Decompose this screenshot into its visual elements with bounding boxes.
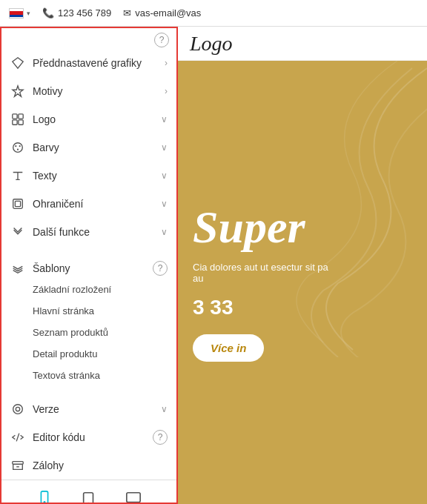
arrow-icon-prednastavene: › xyxy=(165,58,168,68)
svg-point-7 xyxy=(17,149,19,150)
arrow-icon-barvy: ∨ xyxy=(161,142,168,153)
svg-rect-17 xyxy=(127,492,140,502)
section-sablony-label: Šablony xyxy=(33,262,145,274)
sidebar-sub-seznam-produktu[interactable]: Seznam produktů xyxy=(1,322,176,343)
svg-point-11 xyxy=(16,407,19,411)
preview-number: 3 33 xyxy=(193,296,234,319)
flag-chevron-icon: ▾ xyxy=(27,10,30,17)
preview-cta-button[interactable]: Více in xyxy=(193,334,264,362)
svg-rect-0 xyxy=(13,114,17,119)
preview-content: Super Cia dolores aut ut esectur sit pa … xyxy=(178,61,427,504)
sidebar-item-motivy[interactable]: Motivy › xyxy=(1,77,176,105)
flag-icon xyxy=(9,8,24,19)
chevron-double-icon xyxy=(10,225,25,239)
preview-logo: Logo xyxy=(190,32,233,56)
arrow-icon-verze: ∨ xyxy=(161,404,168,414)
phone-number: 123 456 789 xyxy=(58,7,111,19)
code-icon xyxy=(10,430,25,445)
sidebar-label-editor-kodu: Editor kódu xyxy=(33,431,145,443)
svg-rect-12 xyxy=(13,462,23,465)
svg-point-6 xyxy=(19,145,21,147)
decorative-swirl xyxy=(294,61,427,357)
arrow-icon-dalsi-funkce: ∨ xyxy=(161,227,168,237)
sidebar-item-logo[interactable]: Logo ∨ xyxy=(1,105,176,133)
language-selector[interactable]: ▾ xyxy=(9,8,30,19)
preview-panel: Logo Super Cia dolores aut ut esectur si… xyxy=(178,27,427,504)
svg-rect-8 xyxy=(13,199,23,209)
svg-rect-1 xyxy=(19,114,23,119)
arrow-icon-ohraniceni: ∨ xyxy=(161,199,168,209)
sidebar: ? Předdnastavené grafiky › Motivy › xyxy=(0,27,178,504)
editor-help-icon[interactable]: ? xyxy=(153,430,168,445)
refresh-icon xyxy=(10,402,25,417)
star-icon xyxy=(10,84,25,99)
svg-point-4 xyxy=(13,143,23,153)
sidebar-item-dalsi-funkce[interactable]: Další funkce ∨ xyxy=(1,218,176,246)
sidebar-sub-detail-produktu[interactable]: Detail produktu xyxy=(1,343,176,365)
main-area: ? Předdnastavené grafiky › Motivy › xyxy=(0,27,427,504)
archive-icon xyxy=(10,458,25,473)
arrow-icon-texty: ∨ xyxy=(161,170,168,181)
sidebar-label-texty: Texty xyxy=(33,170,153,182)
diamond-icon xyxy=(10,56,25,70)
text-icon xyxy=(10,168,25,183)
sidebar-label-dalsi-funkce: Další funkce xyxy=(33,226,153,238)
sidebar-label-prednastavene: Předdnastavené grafiky xyxy=(33,57,157,69)
sidebar-item-verze[interactable]: Verze ∨ xyxy=(1,395,176,423)
arrow-icon-motivy: › xyxy=(165,86,168,96)
sidebar-item-editor-kodu[interactable]: Editor kódu ? xyxy=(1,423,176,451)
svg-point-14 xyxy=(44,501,44,502)
sidebar-item-zalohy[interactable]: Zálohy xyxy=(1,451,176,480)
preview-description: Cia dolores aut ut esectur sit pa au xyxy=(193,262,341,284)
sidebar-sub-zakladni-rozlozeni[interactable]: Základní rozložení xyxy=(1,279,176,300)
sidebar-help-area: ? xyxy=(1,28,176,49)
sidebar-item-prednastavene-grafiky[interactable]: Předdnastavené grafiky › xyxy=(1,49,176,77)
svg-point-16 xyxy=(87,503,88,503)
svg-rect-2 xyxy=(13,120,17,125)
sidebar-sub-textova-stranka[interactable]: Textová stránka xyxy=(1,365,176,386)
device-desktop-button[interactable] xyxy=(120,488,147,505)
device-bar xyxy=(1,480,176,504)
topbar-phone: 📞 123 456 789 xyxy=(42,7,111,19)
sidebar-label-logo: Logo xyxy=(33,113,153,125)
svg-rect-3 xyxy=(19,120,23,125)
device-tablet-button[interactable] xyxy=(76,488,102,505)
sidebar-item-texty[interactable]: Texty ∨ xyxy=(1,162,176,190)
preview-header: Logo xyxy=(178,27,427,61)
svg-point-10 xyxy=(13,405,23,414)
arrow-icon-logo: ∨ xyxy=(161,114,168,125)
sidebar-label-barvy: Barvy xyxy=(33,142,153,153)
logo-grid-icon xyxy=(10,112,25,127)
email-address: vas-email@vas xyxy=(135,7,201,19)
phone-icon: 📞 xyxy=(42,7,54,19)
sidebar-item-barvy[interactable]: Barvy ∨ xyxy=(1,133,176,162)
device-mobile-button[interactable] xyxy=(31,488,58,505)
palette-icon xyxy=(10,140,25,155)
email-icon: ✉ xyxy=(123,7,131,19)
svg-rect-9 xyxy=(15,201,20,206)
topbar-email: ✉ vas-email@vas xyxy=(123,7,201,19)
sidebar-label-motivy: Motivy xyxy=(33,85,157,97)
topbar: ▾ 📞 123 456 789 ✉ vas-email@vas xyxy=(0,0,427,27)
sidebar-label-ohraniceni: Ohraničení xyxy=(33,198,153,210)
sidebar-item-ohraniceni[interactable]: Ohraničení ∨ xyxy=(1,190,176,218)
layers-icon xyxy=(10,261,25,276)
sidebar-label-verze: Verze xyxy=(33,403,153,415)
sidebar-help-icon[interactable]: ? xyxy=(154,33,169,47)
border-icon xyxy=(10,196,25,211)
preview-hero-text: Super xyxy=(193,204,305,250)
sidebar-sub-hlavni-stranka[interactable]: Hlavní stránka xyxy=(1,300,176,322)
svg-point-5 xyxy=(15,145,16,147)
section-sablony: Šablony ? xyxy=(1,255,176,279)
sablony-help-icon[interactable]: ? xyxy=(153,261,168,276)
sidebar-label-zalohy: Zálohy xyxy=(33,460,168,471)
